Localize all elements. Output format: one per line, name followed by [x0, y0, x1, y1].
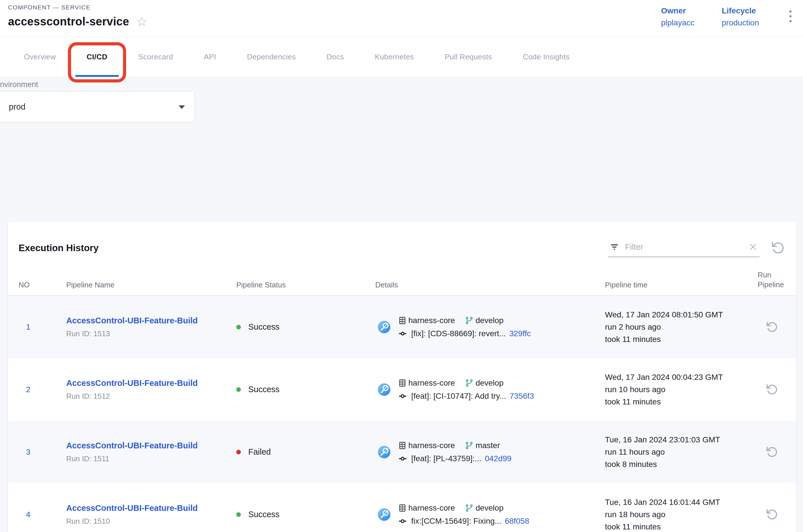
pipeline-name-link[interactable]: AccessControl-UBI-Feature-Build: [66, 316, 198, 325]
owner-block: Owner plplayacc: [661, 6, 694, 27]
commit-message: [feat]: [CI-10747]: Add try...: [411, 392, 506, 401]
repository-name: harness-core: [408, 441, 455, 450]
pipeline-time-relative: run 11 hours ago: [605, 446, 758, 458]
pipeline-time: Wed, 17 Jan 2024 08:01:50 GMT run 2 hour…: [605, 308, 758, 345]
entity-tabs: Overview CI/CD Scorecard API Dependencie…: [0, 37, 803, 77]
environment-select[interactable]: prod: [0, 91, 195, 122]
pipeline-time-duration: took 11 minutes: [605, 396, 758, 408]
tab-overview[interactable]: Overview: [8, 37, 71, 77]
pipeline-time-relative: run 10 hours ago: [605, 383, 758, 396]
entity-kind-eyebrow: COMPONENT — SERVICE: [8, 4, 148, 11]
owner-value-link[interactable]: plplayacc: [661, 18, 694, 27]
status-text: Success: [248, 510, 280, 519]
ci-pipeline-icon[interactable]: [378, 383, 391, 396]
repository-icon: [398, 316, 407, 325]
execution-history-card: Execution History NO Pipeline Name Pipel…: [8, 222, 796, 532]
tab-pull-requests[interactable]: Pull Requests: [429, 37, 508, 77]
git-branch-icon: [465, 379, 474, 387]
pipeline-time-date: Wed, 17 Jan 2024 08:01:50 GMT: [605, 308, 758, 321]
col-header-run-pipeline: Run Pipeline: [758, 270, 786, 289]
filter-input[interactable]: [625, 242, 743, 252]
repository-name: harness-core: [408, 378, 455, 387]
status-dot: [236, 325, 241, 329]
commit-hash-link[interactable]: 68f058: [505, 517, 529, 526]
table-row: 3 AccessControl-UBI-Feature-Build Run ID…: [8, 421, 796, 483]
app-header: COMPONENT — SERVICE accesscontrol-servic…: [0, 0, 803, 37]
filter-clear-button[interactable]: [748, 242, 758, 252]
active-tab-underline: [75, 75, 119, 77]
branch-name: develop: [475, 378, 503, 387]
pipeline-time-date: Wed, 17 Jan 2024 00:04:23 GMT: [605, 371, 758, 383]
row-number: 1: [19, 323, 66, 331]
ci-pipeline-icon[interactable]: [378, 445, 391, 459]
table-row: 1 AccessControl-UBI-Feature-Build Run ID…: [8, 296, 796, 358]
more-options-kebab-icon[interactable]: [786, 6, 795, 26]
run-pipeline-refresh-icon: [765, 445, 779, 459]
commit-message: fix:[CCM-15649]: Fixing...: [411, 517, 501, 526]
pipeline-time-date: Tue, 16 Jan 2024 23:01:03 GMT: [605, 434, 758, 446]
owner-label: Owner: [661, 6, 694, 15]
commit-message: [feat]: [PL-43759]:...: [411, 454, 481, 463]
git-commit-icon: [398, 330, 407, 338]
caret-down-icon: [179, 105, 185, 109]
pipeline-time-duration: took 8 minutes: [605, 458, 758, 470]
environment-selected-value: prod: [9, 102, 25, 112]
execution-history-title: Execution History: [19, 243, 99, 253]
commit-message: [fix]: [CDS-88669]: revert...: [411, 329, 506, 338]
favorite-star-icon[interactable]: ☆: [136, 15, 148, 28]
git-commit-icon: [398, 517, 407, 525]
branch-name: develop: [475, 316, 503, 325]
close-x-icon: [748, 242, 758, 252]
ci-pipeline-icon[interactable]: [378, 321, 391, 334]
repository-icon: [398, 504, 407, 512]
table-row: 4 AccessControl-UBI-Feature-Build Run ID…: [8, 483, 796, 532]
tab-code-insights[interactable]: Code Insights: [508, 37, 585, 77]
run-pipeline-button[interactable]: [765, 383, 779, 396]
filter-icon: [610, 242, 619, 252]
pipeline-time-relative: run 2 hours ago: [605, 321, 758, 333]
col-header-details: Details: [375, 281, 605, 289]
tab-cicd[interactable]: CI/CD: [71, 37, 123, 77]
table-refresh-button[interactable]: [770, 241, 785, 255]
pipeline-name-link[interactable]: AccessControl-UBI-Feature-Build: [66, 378, 198, 387]
status-dot: [236, 450, 241, 454]
tab-dependencies[interactable]: Dependencies: [232, 37, 311, 77]
status-text: Success: [248, 322, 280, 331]
pipeline-time: Tue, 16 Jan 2024 16:01:44 GMT run 18 hou…: [605, 496, 758, 532]
ci-pipeline-icon[interactable]: [378, 508, 391, 521]
cicd-tab-content: Environment prod Execution History NO Pi…: [0, 77, 803, 532]
branch-name: develop: [475, 504, 503, 513]
lifecycle-label: Lifecycle: [722, 6, 759, 15]
commit-hash-link[interactable]: 329ffc: [509, 329, 531, 338]
repository-icon: [398, 441, 407, 450]
run-pipeline-button[interactable]: [765, 321, 779, 334]
tab-api[interactable]: API: [188, 37, 231, 77]
repository-name: harness-core: [408, 504, 455, 513]
run-id: Run ID: 1511: [66, 454, 236, 463]
col-header-pipeline-name: Pipeline Name: [66, 281, 236, 289]
pipeline-name-link[interactable]: AccessControl-UBI-Feature-Build: [66, 504, 198, 513]
git-branch-icon: [465, 441, 474, 450]
header-meta: Owner plplayacc Lifecycle production: [661, 4, 795, 27]
pipeline-time: Tue, 16 Jan 2024 23:01:03 GMT run 11 hou…: [605, 434, 758, 470]
commit-hash-link[interactable]: 042d99: [485, 454, 511, 463]
status-text: Failed: [248, 447, 271, 457]
page-title: accesscontrol-service: [8, 15, 129, 28]
row-number: 2: [19, 385, 66, 394]
status-dot: [236, 512, 241, 517]
run-id: Run ID: 1513: [66, 329, 236, 338]
environment-label: Environment: [0, 80, 38, 89]
run-pipeline-refresh-icon: [765, 508, 779, 521]
pipeline-name-link[interactable]: AccessControl-UBI-Feature-Build: [66, 441, 198, 450]
run-pipeline-refresh-icon: [765, 383, 779, 396]
row-number: 3: [19, 448, 66, 457]
tab-kubernetes[interactable]: Kubernetes: [359, 37, 429, 77]
pipeline-time-relative: run 18 hours ago: [605, 508, 758, 520]
run-id: Run ID: 1512: [66, 392, 236, 401]
run-pipeline-button[interactable]: [765, 445, 779, 459]
lifecycle-block: Lifecycle production: [722, 6, 759, 27]
commit-hash-link[interactable]: 7356f3: [510, 392, 534, 401]
run-pipeline-button[interactable]: [765, 508, 779, 521]
tab-scorecard[interactable]: Scorecard: [123, 37, 188, 77]
tab-docs[interactable]: Docs: [311, 37, 360, 77]
